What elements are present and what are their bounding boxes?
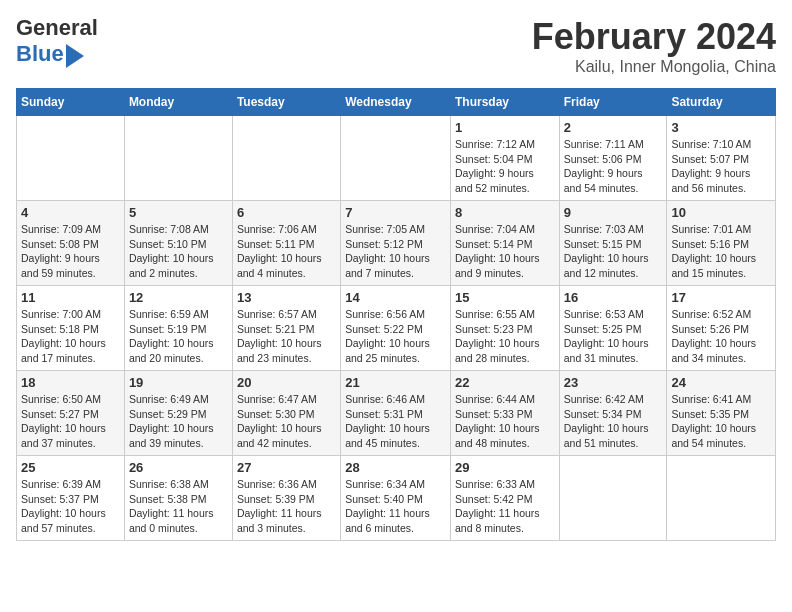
calendar-day-header: Wednesday <box>341 89 451 116</box>
day-number: 6 <box>237 205 336 220</box>
day-number: 11 <box>21 290 120 305</box>
calendar-cell: 26Sunrise: 6:38 AM Sunset: 5:38 PM Dayli… <box>124 456 232 541</box>
calendar-cell: 11Sunrise: 7:00 AM Sunset: 5:18 PM Dayli… <box>17 286 125 371</box>
calendar-cell: 28Sunrise: 6:34 AM Sunset: 5:40 PM Dayli… <box>341 456 451 541</box>
calendar-week-row: 1Sunrise: 7:12 AM Sunset: 5:04 PM Daylig… <box>17 116 776 201</box>
calendar-cell: 7Sunrise: 7:05 AM Sunset: 5:12 PM Daylig… <box>341 201 451 286</box>
day-info: Sunrise: 6:38 AM Sunset: 5:38 PM Dayligh… <box>129 477 228 536</box>
day-info: Sunrise: 6:41 AM Sunset: 5:35 PM Dayligh… <box>671 392 771 451</box>
calendar-day-header: Friday <box>559 89 667 116</box>
calendar-week-row: 11Sunrise: 7:00 AM Sunset: 5:18 PM Dayli… <box>17 286 776 371</box>
calendar-cell: 19Sunrise: 6:49 AM Sunset: 5:29 PM Dayli… <box>124 371 232 456</box>
day-number: 27 <box>237 460 336 475</box>
logo-text: General <box>16 16 98 40</box>
day-info: Sunrise: 6:44 AM Sunset: 5:33 PM Dayligh… <box>455 392 555 451</box>
calendar-week-row: 4Sunrise: 7:09 AM Sunset: 5:08 PM Daylig… <box>17 201 776 286</box>
calendar-cell: 17Sunrise: 6:52 AM Sunset: 5:26 PM Dayli… <box>667 286 776 371</box>
day-number: 25 <box>21 460 120 475</box>
day-info: Sunrise: 6:46 AM Sunset: 5:31 PM Dayligh… <box>345 392 446 451</box>
day-info: Sunrise: 7:10 AM Sunset: 5:07 PM Dayligh… <box>671 137 771 196</box>
day-number: 5 <box>129 205 228 220</box>
day-number: 20 <box>237 375 336 390</box>
day-info: Sunrise: 6:55 AM Sunset: 5:23 PM Dayligh… <box>455 307 555 366</box>
day-info: Sunrise: 7:04 AM Sunset: 5:14 PM Dayligh… <box>455 222 555 281</box>
day-number: 9 <box>564 205 663 220</box>
page-subtitle: Kailu, Inner Mongolia, China <box>532 58 776 76</box>
calendar-header-row: SundayMondayTuesdayWednesdayThursdayFrid… <box>17 89 776 116</box>
calendar-cell: 9Sunrise: 7:03 AM Sunset: 5:15 PM Daylig… <box>559 201 667 286</box>
day-info: Sunrise: 7:11 AM Sunset: 5:06 PM Dayligh… <box>564 137 663 196</box>
calendar-cell: 4Sunrise: 7:09 AM Sunset: 5:08 PM Daylig… <box>17 201 125 286</box>
calendar-cell: 8Sunrise: 7:04 AM Sunset: 5:14 PM Daylig… <box>450 201 559 286</box>
day-info: Sunrise: 7:06 AM Sunset: 5:11 PM Dayligh… <box>237 222 336 281</box>
logo-blue: Blue <box>16 41 64 67</box>
day-info: Sunrise: 6:56 AM Sunset: 5:22 PM Dayligh… <box>345 307 446 366</box>
day-info: Sunrise: 6:42 AM Sunset: 5:34 PM Dayligh… <box>564 392 663 451</box>
calendar-day-header: Tuesday <box>232 89 340 116</box>
day-info: Sunrise: 6:47 AM Sunset: 5:30 PM Dayligh… <box>237 392 336 451</box>
calendar-cell: 5Sunrise: 7:08 AM Sunset: 5:10 PM Daylig… <box>124 201 232 286</box>
logo-general: General <box>16 15 98 40</box>
calendar-cell <box>559 456 667 541</box>
calendar-cell: 24Sunrise: 6:41 AM Sunset: 5:35 PM Dayli… <box>667 371 776 456</box>
logo: General Blue <box>16 16 98 68</box>
day-info: Sunrise: 6:59 AM Sunset: 5:19 PM Dayligh… <box>129 307 228 366</box>
day-number: 3 <box>671 120 771 135</box>
calendar-cell: 2Sunrise: 7:11 AM Sunset: 5:06 PM Daylig… <box>559 116 667 201</box>
calendar-day-header: Saturday <box>667 89 776 116</box>
calendar-cell <box>124 116 232 201</box>
calendar-table: SundayMondayTuesdayWednesdayThursdayFrid… <box>16 88 776 541</box>
day-info: Sunrise: 6:49 AM Sunset: 5:29 PM Dayligh… <box>129 392 228 451</box>
day-number: 19 <box>129 375 228 390</box>
day-number: 17 <box>671 290 771 305</box>
day-info: Sunrise: 6:52 AM Sunset: 5:26 PM Dayligh… <box>671 307 771 366</box>
day-number: 16 <box>564 290 663 305</box>
calendar-day-header: Sunday <box>17 89 125 116</box>
day-number: 13 <box>237 290 336 305</box>
day-number: 18 <box>21 375 120 390</box>
day-number: 23 <box>564 375 663 390</box>
calendar-cell <box>667 456 776 541</box>
day-number: 14 <box>345 290 446 305</box>
day-number: 26 <box>129 460 228 475</box>
day-info: Sunrise: 6:33 AM Sunset: 5:42 PM Dayligh… <box>455 477 555 536</box>
day-number: 15 <box>455 290 555 305</box>
calendar-week-row: 25Sunrise: 6:39 AM Sunset: 5:37 PM Dayli… <box>17 456 776 541</box>
calendar-cell: 29Sunrise: 6:33 AM Sunset: 5:42 PM Dayli… <box>450 456 559 541</box>
day-number: 7 <box>345 205 446 220</box>
day-info: Sunrise: 6:34 AM Sunset: 5:40 PM Dayligh… <box>345 477 446 536</box>
day-number: 21 <box>345 375 446 390</box>
calendar-cell <box>232 116 340 201</box>
day-info: Sunrise: 7:12 AM Sunset: 5:04 PM Dayligh… <box>455 137 555 196</box>
day-number: 29 <box>455 460 555 475</box>
calendar-cell: 25Sunrise: 6:39 AM Sunset: 5:37 PM Dayli… <box>17 456 125 541</box>
day-number: 24 <box>671 375 771 390</box>
calendar-cell: 14Sunrise: 6:56 AM Sunset: 5:22 PM Dayli… <box>341 286 451 371</box>
day-info: Sunrise: 6:57 AM Sunset: 5:21 PM Dayligh… <box>237 307 336 366</box>
logo-arrow-icon <box>66 44 84 68</box>
calendar-cell: 22Sunrise: 6:44 AM Sunset: 5:33 PM Dayli… <box>450 371 559 456</box>
page-header: General Blue February 2024 Kailu, Inner … <box>16 16 776 76</box>
day-info: Sunrise: 7:09 AM Sunset: 5:08 PM Dayligh… <box>21 222 120 281</box>
day-info: Sunrise: 7:00 AM Sunset: 5:18 PM Dayligh… <box>21 307 120 366</box>
calendar-cell: 13Sunrise: 6:57 AM Sunset: 5:21 PM Dayli… <box>232 286 340 371</box>
day-info: Sunrise: 6:39 AM Sunset: 5:37 PM Dayligh… <box>21 477 120 536</box>
day-info: Sunrise: 7:08 AM Sunset: 5:10 PM Dayligh… <box>129 222 228 281</box>
day-info: Sunrise: 6:50 AM Sunset: 5:27 PM Dayligh… <box>21 392 120 451</box>
calendar-cell: 21Sunrise: 6:46 AM Sunset: 5:31 PM Dayli… <box>341 371 451 456</box>
calendar-cell: 10Sunrise: 7:01 AM Sunset: 5:16 PM Dayli… <box>667 201 776 286</box>
calendar-cell <box>17 116 125 201</box>
calendar-cell: 3Sunrise: 7:10 AM Sunset: 5:07 PM Daylig… <box>667 116 776 201</box>
day-number: 10 <box>671 205 771 220</box>
day-number: 22 <box>455 375 555 390</box>
calendar-day-header: Thursday <box>450 89 559 116</box>
day-number: 2 <box>564 120 663 135</box>
day-number: 12 <box>129 290 228 305</box>
calendar-day-header: Monday <box>124 89 232 116</box>
day-info: Sunrise: 7:03 AM Sunset: 5:15 PM Dayligh… <box>564 222 663 281</box>
day-number: 1 <box>455 120 555 135</box>
day-info: Sunrise: 7:05 AM Sunset: 5:12 PM Dayligh… <box>345 222 446 281</box>
day-number: 8 <box>455 205 555 220</box>
calendar-cell: 16Sunrise: 6:53 AM Sunset: 5:25 PM Dayli… <box>559 286 667 371</box>
day-info: Sunrise: 7:01 AM Sunset: 5:16 PM Dayligh… <box>671 222 771 281</box>
